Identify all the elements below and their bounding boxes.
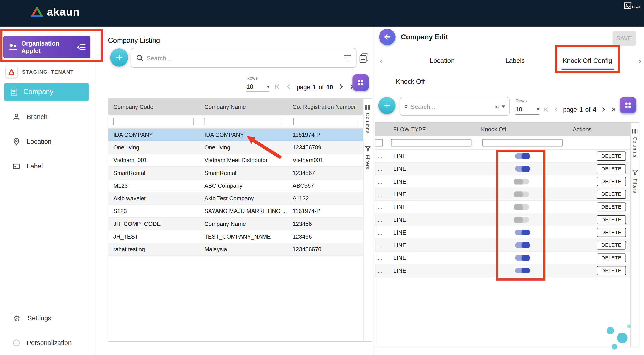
tab-location[interactable]: Location	[414, 52, 470, 70]
company-row[interactable]: M123ABC CompanyABC567	[108, 180, 363, 192]
prev-page-icon[interactable]	[553, 106, 559, 112]
company-row[interactable]: OneLivingOneLiving123456789	[108, 141, 363, 154]
company-row[interactable]: IDA COMPANYIDA COMPANY1161974-P	[108, 128, 363, 141]
filter-funnel-icon[interactable]	[364, 146, 371, 152]
sidebar-item-branch[interactable]: Branch	[0, 110, 95, 124]
company-row[interactable]: Vietnam_001Vietnam Meat DistributorVietn…	[108, 154, 363, 167]
branch-person-icon	[12, 113, 20, 121]
section-title: Knock Off	[396, 78, 425, 86]
user-avatar-broken[interactable]: user	[624, 2, 641, 9]
company-row[interactable]: S123SAYANG MAJU MARKETING ...1161974-P	[108, 205, 363, 218]
column-header[interactable]: Company Name	[200, 104, 288, 110]
filters-strip-label[interactable]: Filters	[365, 155, 370, 169]
search-input[interactable]	[410, 103, 492, 110]
knockoff-toggle[interactable]	[515, 166, 529, 172]
grid-view-button[interactable]	[352, 74, 369, 91]
save-button[interactable]: SAVE	[612, 31, 636, 46]
applet-header[interactable]: Organisation Applet	[4, 36, 90, 58]
delete-button[interactable]: DELETE	[597, 202, 626, 212]
tabs-scroll-right-icon[interactable]: ›	[638, 52, 641, 70]
knockoff-toggle[interactable]	[515, 242, 529, 248]
company-row[interactable]: rahat testingMalaysia123456670	[108, 243, 363, 256]
filter-lines-icon[interactable]	[344, 55, 351, 61]
table-side-strip: Columns Filters	[363, 99, 372, 341]
company-search-box	[131, 48, 357, 68]
filter-lines-icon[interactable]	[502, 104, 505, 109]
columns-strip-label[interactable]: Columns	[632, 137, 638, 157]
back-button[interactable]	[379, 29, 396, 45]
company-row[interactable]: JH_TESTTEST_COMPANY_NAME123456	[108, 230, 363, 243]
sidebar-item-settings[interactable]: ⚙ Settings	[0, 311, 95, 326]
personalization-icon	[12, 339, 20, 347]
tab-labels[interactable]: Labels	[490, 52, 540, 70]
last-page-icon[interactable]	[610, 106, 616, 112]
grid-view-button[interactable]	[620, 97, 636, 114]
filter-input-company-name[interactable]	[204, 118, 282, 125]
delete-button[interactable]: DELETE	[597, 152, 626, 160]
sidebar-item-label-item[interactable]: Label	[0, 159, 95, 174]
knockoff-toggle[interactable]	[515, 268, 529, 274]
column-header[interactable]: Company Code	[108, 104, 200, 110]
knockoff-toggle[interactable]	[515, 255, 529, 260]
company-reg-cell: ABC567	[288, 182, 363, 189]
filter-input-company-code[interactable]	[114, 118, 194, 125]
search-input[interactable]	[147, 54, 340, 61]
filters-strip-label[interactable]: Filters	[632, 179, 638, 193]
next-page-icon[interactable]	[600, 106, 606, 112]
delete-button[interactable]: DELETE	[597, 164, 626, 174]
knockoff-toggle[interactable]	[515, 217, 529, 222]
menu-collapse-icon[interactable]	[76, 42, 86, 52]
columns-icon[interactable]	[632, 128, 638, 134]
delete-button[interactable]: DELETE	[597, 241, 626, 250]
delete-button[interactable]: DELETE	[597, 266, 626, 275]
delete-button[interactable]: DELETE	[597, 228, 626, 237]
table-side-strip: Columns Filters	[630, 123, 639, 346]
filter-input-registration[interactable]	[293, 118, 358, 125]
next-page-icon[interactable]	[338, 83, 344, 90]
delete-button[interactable]: DELETE	[597, 215, 626, 224]
rows-per-page-select[interactable]: 10 ▾	[516, 104, 539, 114]
toggle-knob	[514, 179, 522, 184]
toggle-knob	[522, 166, 530, 172]
tenant-row[interactable]: STAGING_TENANT	[6, 66, 74, 78]
company-row[interactable]: Akib waveletAkib Test CompanyA1122	[108, 192, 363, 205]
sidebar-item-location[interactable]: Location	[0, 134, 95, 149]
knockoff-toggle[interactable]	[515, 179, 529, 184]
knockoff-toggle[interactable]	[515, 204, 529, 210]
column-header[interactable]: Knock Off	[477, 126, 567, 133]
first-page-icon[interactable]	[544, 106, 550, 112]
knockoff-toggle[interactable]	[515, 191, 529, 197]
company-reg-cell: 123456	[288, 220, 363, 227]
flow-prefix-cell: ...	[376, 255, 388, 261]
columns-icon[interactable]	[365, 105, 370, 110]
sidebar-item-personalization[interactable]: Personalization	[0, 336, 95, 350]
filter-input-clipped[interactable]	[376, 139, 383, 146]
table-view-icon[interactable]	[495, 103, 499, 110]
brand-logo[interactable]: akaun	[31, 6, 80, 18]
first-page-icon[interactable]	[274, 83, 281, 90]
tab-knock-off-config[interactable]: Knock Off Config	[558, 52, 616, 70]
company-row[interactable]: JH_COMP_CODECompany Name123456	[108, 218, 363, 230]
sidebar-item-company[interactable]: Company	[4, 83, 89, 101]
duplicate-view-icon[interactable]	[359, 53, 369, 64]
company-row[interactable]: SmartRentalSmartRental1234567	[108, 167, 363, 179]
delete-button[interactable]: DELETE	[597, 253, 626, 262]
filter-input-flow-type[interactable]	[391, 139, 472, 146]
filter-input-knock-off[interactable]	[482, 139, 563, 146]
tabs-scroll-left-icon[interactable]: ‹	[380, 52, 383, 70]
prev-page-icon[interactable]	[286, 83, 292, 90]
delete-button[interactable]: DELETE	[597, 190, 626, 199]
rows-per-page-select[interactable]: 10 ▾	[246, 81, 270, 92]
add-knockoff-button[interactable]: +	[378, 97, 396, 114]
knockoff-toggle[interactable]	[515, 153, 529, 159]
add-company-button[interactable]: +	[110, 48, 128, 66]
delete-button[interactable]: DELETE	[597, 177, 626, 186]
column-header[interactable]: FLOW TYPE	[388, 126, 477, 132]
knockoff-toggle[interactable]	[515, 230, 529, 235]
columns-strip-label[interactable]: Columns	[365, 113, 370, 134]
column-header[interactable]: Actions	[567, 126, 631, 133]
tenant-icon	[6, 66, 17, 78]
company-code-cell: SmartRental	[108, 170, 200, 176]
column-header[interactable]: Co. Registration Number	[288, 104, 363, 110]
filter-funnel-icon[interactable]	[632, 170, 638, 176]
